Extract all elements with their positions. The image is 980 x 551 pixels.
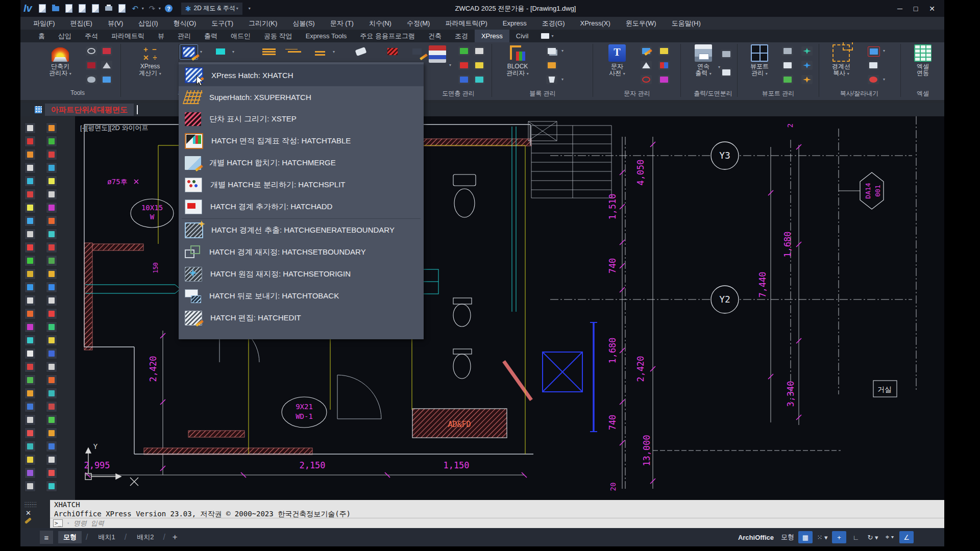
- command-prompt-arrow[interactable]: ▾: [67, 521, 69, 525]
- close-button[interactable]: ✕: [929, 5, 935, 13]
- toolbar-icon[interactable]: [46, 229, 57, 240]
- toolbar-icon[interactable]: [24, 202, 36, 213]
- minimize-button[interactable]: ─: [897, 5, 902, 13]
- toolbar-icon[interactable]: [46, 215, 57, 227]
- dimension-dropdown-arrow[interactable]: ▾: [333, 49, 335, 54]
- red-hatch-tool-icon[interactable]: [384, 44, 401, 59]
- toolbar-icon[interactable]: [24, 229, 36, 240]
- menu-item[interactable]: 수정(M): [399, 17, 438, 30]
- workspace-dropdown-arrow[interactable]: ▾: [236, 6, 238, 11]
- menu-item[interactable]: 심볼(S): [285, 17, 322, 30]
- toolbar-icon[interactable]: [46, 467, 57, 479]
- layer-isolate-icon[interactable]: [458, 75, 470, 84]
- layer-freeze-icon[interactable]: [474, 46, 485, 56]
- polar-tracking-toggle[interactable]: ↻ ▾: [866, 531, 880, 543]
- toolbar-icon[interactable]: [24, 136, 36, 147]
- menu-item[interactable]: 뷰(V): [100, 17, 131, 30]
- text-edit-icon[interactable]: [641, 46, 652, 56]
- help-button[interactable]: ?: [164, 4, 174, 14]
- toolbar-icon[interactable]: [46, 136, 57, 147]
- toolbar-icon[interactable]: [46, 481, 57, 492]
- vp-star-orange-icon[interactable]: [801, 75, 813, 84]
- ribbon-tab-홈[interactable]: 홈: [32, 30, 52, 42]
- block-manager-button[interactable]: BLOCK 관리자 ▾: [499, 44, 536, 77]
- polyline-dropdown-arrow[interactable]: ▾: [232, 49, 234, 54]
- mouse-icon[interactable]: [86, 75, 97, 84]
- vp-map-icon[interactable]: [782, 75, 793, 84]
- toolbar-icon[interactable]: [24, 255, 36, 266]
- hatch-menu-item[interactable]: HATCH 원점 재지정: HATCHSETORIGIN: [179, 263, 424, 285]
- angle-toggle[interactable]: ∠: [899, 531, 914, 543]
- toolbar-icon[interactable]: [24, 189, 36, 200]
- toolbar-icon[interactable]: [46, 414, 57, 425]
- hatch-dropdown-arrow[interactable]: ▾: [200, 49, 202, 54]
- document-grid-icon[interactable]: [35, 106, 42, 113]
- toolbar-icon[interactable]: [24, 441, 36, 452]
- xpress-hatch-button[interactable]: [180, 44, 198, 60]
- wrench-icon[interactable]: [24, 517, 32, 524]
- toolbar-icon[interactable]: [46, 268, 57, 280]
- ribbon-tab-공동 작업[interactable]: 공동 작업: [257, 30, 299, 42]
- hatch-menu-item[interactable]: HATCH 경계 추가하기: HATCHADD: [179, 196, 424, 218]
- clip-image-icon[interactable]: [868, 46, 880, 57]
- menu-item[interactable]: 조경(G): [534, 17, 573, 30]
- layout-tab-모형[interactable]: 모형: [58, 531, 82, 543]
- menu-item[interactable]: 형식(O): [166, 17, 204, 30]
- toolbar-icon[interactable]: [24, 414, 36, 425]
- dimension-tool-icon-2[interactable]: [286, 44, 303, 59]
- vp-print-icon[interactable]: [782, 46, 793, 56]
- text-style-a-icon[interactable]: [641, 61, 652, 70]
- toolbar-icon[interactable]: [46, 335, 57, 346]
- undo-button[interactable]: ↶: [130, 4, 140, 14]
- toolbar-icon[interactable]: [46, 388, 57, 399]
- magnifier-icon[interactable]: [86, 46, 97, 56]
- new-file-button[interactable]: [37, 4, 47, 14]
- menu-item[interactable]: 치수(N): [361, 17, 399, 30]
- layer-lock-icon[interactable]: [474, 61, 485, 70]
- dock-grip-icon[interactable]: ::::::::::::::: [24, 502, 37, 507]
- snap-toggle[interactable]: ⁙ ▾: [815, 531, 829, 543]
- text-scale-icon[interactable]: [658, 46, 670, 56]
- hatch-menu-item[interactable]: HATCH 경계선 추출: HATCHGENERATEBOUNDARY: [179, 219, 424, 241]
- excel-link-button[interactable]: 엑셀 연동: [904, 44, 941, 77]
- toolbar-icon[interactable]: [46, 401, 57, 412]
- toolbar-icon[interactable]: [46, 282, 57, 293]
- toolbar-icon[interactable]: [24, 162, 36, 173]
- continuous-print-button[interactable]: 연속 출력 ▾: [685, 44, 722, 77]
- text-ab-icon[interactable]: [658, 61, 670, 70]
- viewport-manager-button[interactable]: 뷰포트 관리 ▾: [741, 44, 778, 77]
- layer-on-icon[interactable]: [458, 46, 470, 56]
- toolbar-icon[interactable]: [46, 454, 57, 465]
- dimension-tool-icon-1[interactable]: [260, 44, 278, 59]
- block-folder-icon[interactable]: [546, 61, 557, 70]
- cut-arrow[interactable]: ▾: [883, 77, 885, 82]
- block-copy-icon[interactable]: [546, 46, 557, 56]
- block-color-icon[interactable]: [86, 61, 97, 70]
- menu-item[interactable]: 파일(F): [26, 17, 63, 30]
- toolbar-icon[interactable]: [46, 308, 57, 319]
- toolbar-icon[interactable]: [46, 162, 57, 173]
- ribbon-tab-주석[interactable]: 주석: [78, 30, 105, 42]
- sheet-split-icon[interactable]: [721, 68, 732, 77]
- ribbon-tab-뷰[interactable]: 뷰: [151, 30, 171, 42]
- cut-gear-icon[interactable]: [868, 75, 879, 84]
- redo-button[interactable]: ↷: [147, 4, 157, 14]
- copy-button[interactable]: [90, 4, 101, 14]
- toolbar-icon[interactable]: [46, 255, 57, 266]
- hatch-menu-item[interactable]: SuperHatch: XSUPERHATCH: [179, 86, 424, 108]
- toolbar-icon[interactable]: [24, 295, 36, 306]
- toolbar-icon[interactable]: [24, 321, 36, 333]
- osnap-toggle[interactable]: ⌖ ▾: [883, 531, 897, 543]
- save-button[interactable]: [64, 4, 74, 14]
- toolbar-icon[interactable]: [46, 374, 57, 386]
- layer-stack-icon[interactable]: [429, 45, 446, 63]
- layout-tab-배치2[interactable]: 배치2: [132, 531, 159, 543]
- ribbon-tab-애드인[interactable]: 애드인: [224, 30, 257, 42]
- ribbon-tab-Civil[interactable]: Civil: [509, 30, 535, 42]
- toolbar-icon[interactable]: [46, 295, 57, 306]
- menu-item[interactable]: 파라메트릭(P): [437, 17, 495, 30]
- red-stack-icon[interactable]: [101, 46, 112, 56]
- ribbon-tab-Express Tools[interactable]: Express Tools: [299, 30, 354, 42]
- toolbar-icon[interactable]: [24, 374, 36, 386]
- toolbar-icon[interactable]: [24, 242, 36, 253]
